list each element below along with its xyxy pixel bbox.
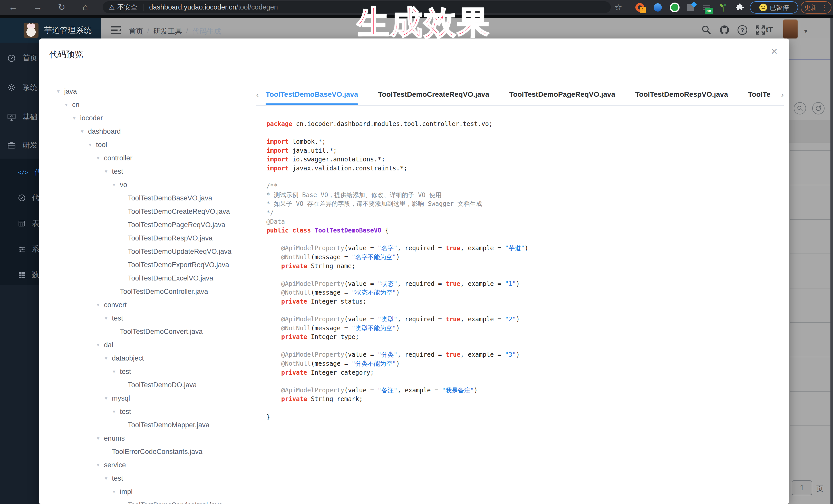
green-circle-icon xyxy=(670,3,680,12)
tree-folder[interactable]: ▾service xyxy=(48,458,253,472)
tree-file[interactable]: ToolTestDemoDO.java xyxy=(48,378,253,391)
code-line: @ApiModelProperty(value = "状态", required… xyxy=(266,280,777,288)
tree-file[interactable]: ToolTestDemoPageReqVO.java xyxy=(48,218,253,232)
fullscreen-icon[interactable] xyxy=(755,25,766,35)
tree-folder[interactable]: ▾dashboard xyxy=(48,125,253,138)
tree-folder[interactable]: ▾convert xyxy=(48,298,253,312)
github-icon[interactable] xyxy=(719,25,730,35)
extensions-puzzle-icon[interactable] xyxy=(734,2,746,13)
tree-folder[interactable]: ▾impl xyxy=(48,485,253,498)
tree-label: ToolTestDemoExcelVO.java xyxy=(128,274,213,282)
browser-update-chip[interactable]: 更新 ⋮ xyxy=(801,1,831,14)
sidebar-item-dashboard[interactable]: 首页 xyxy=(7,53,38,63)
caret-down-icon: ▾ xyxy=(57,88,64,94)
tree-file[interactable]: ToolTestDemoServiceImpl.java xyxy=(48,498,253,504)
tree-folder[interactable]: ▾mysql xyxy=(48,391,253,405)
browser-forward-icon[interactable]: → xyxy=(33,2,42,12)
tab-file[interactable]: ToolTestDemoPageReqVO.java xyxy=(509,83,615,105)
tree-file[interactable]: ToolTestDemoRespVO.java xyxy=(48,232,253,245)
sidebar-subitem-code[interactable]: </>代 xyxy=(18,167,39,177)
sidebar-subitem-table[interactable]: 表 xyxy=(18,218,39,229)
tree-folder[interactable]: ▾iocoder xyxy=(48,111,253,125)
tree-folder[interactable]: ▾test xyxy=(48,365,253,378)
search-icon[interactable] xyxy=(701,25,711,35)
tab-file[interactable]: ToolTe xyxy=(748,83,771,105)
bookmark-star-icon[interactable]: ☆ xyxy=(614,2,622,12)
user-avatar[interactable] xyxy=(783,20,798,39)
code-line xyxy=(266,270,777,280)
behind-row-line xyxy=(790,219,831,220)
tree-label: test xyxy=(120,408,131,416)
tree-folder[interactable]: ▾vo xyxy=(48,178,253,191)
on-badge: on xyxy=(705,8,713,14)
tab-file[interactable]: ToolTestDemoCreateReqVO.java xyxy=(378,83,489,105)
tree-file[interactable]: ToolTestDemoExcelVO.java xyxy=(48,271,253,285)
tree-file[interactable]: ToolTestDemoUpdateReqVO.java xyxy=(48,245,253,258)
browser-menu-icon[interactable]: ⋮ xyxy=(821,3,828,12)
tree-file[interactable]: ToolTestDemoExportReqVO.java xyxy=(48,258,253,271)
tree-folder[interactable]: ▾test xyxy=(48,312,253,325)
tree-label: ToolTestDemoExportReqVO.java xyxy=(128,261,229,269)
sidebar-item-monitor[interactable]: 基础 xyxy=(7,112,38,122)
code-line: private String name; xyxy=(266,262,777,271)
code-view[interactable]: package cn.iocoder.dashboard.modules.too… xyxy=(266,120,777,502)
help-icon[interactable]: ? xyxy=(737,25,748,35)
sidebar-subitem-label: 代 xyxy=(32,193,39,203)
sidebar-subitem-sliders[interactable]: 系 xyxy=(18,244,39,254)
extension-orange-icon[interactable]: 1 xyxy=(634,2,646,13)
caret-down-icon: ▾ xyxy=(105,395,112,401)
url-path: /tool/codegen xyxy=(236,3,278,11)
browser-back-icon[interactable]: ← xyxy=(9,2,18,12)
tree-file[interactable]: ToolTestDemoCreateReqVO.java xyxy=(48,205,253,218)
tree-file[interactable]: ToolErrorCodeConstants.java xyxy=(48,445,253,458)
extension-plant-icon[interactable] xyxy=(717,2,729,13)
tree-folder[interactable]: ▾test xyxy=(48,472,253,485)
address-bar[interactable]: ⚠ 不安全 dashboard.yudao.iocoder.cn/tool/co… xyxy=(103,1,611,13)
tree-folder[interactable]: ▾cn xyxy=(48,98,253,111)
table-icon xyxy=(18,220,26,227)
sidebar-subitem-grid[interactable]: 数 xyxy=(18,270,39,280)
tree-file[interactable]: ToolTestDemoBaseVO.java xyxy=(48,191,253,205)
sidebar-subitem-shield[interactable]: 代 xyxy=(18,193,39,203)
breadcrumb-devtools[interactable]: 研发工具 xyxy=(153,26,182,36)
breadcrumb-home[interactable]: 首页 xyxy=(129,26,143,36)
collapse-menu-icon[interactable] xyxy=(111,26,121,35)
window-scrollbar[interactable] xyxy=(830,18,833,504)
extension-diamond-icon[interactable] xyxy=(685,2,696,13)
tree-folder[interactable]: ▾java xyxy=(48,85,253,98)
tree-file[interactable]: ToolTestDemoConvert.java xyxy=(48,325,253,338)
extension-pin-icon[interactable] xyxy=(652,2,664,13)
tree-folder[interactable]: ▾test xyxy=(48,405,253,418)
extension-green-circle-icon[interactable] xyxy=(669,2,681,13)
tree-folder[interactable]: ▾controller xyxy=(48,151,253,165)
tree-folder[interactable]: ▾test xyxy=(48,165,253,178)
sidebar-item-toolbox[interactable]: 研发 xyxy=(7,140,38,150)
browser-reload-icon[interactable]: ↻ xyxy=(58,2,66,12)
browser-home-icon[interactable]: ⌂ xyxy=(82,2,88,12)
search-button-behind[interactable] xyxy=(794,102,806,115)
font-size-icon[interactable]: tT xyxy=(766,25,773,34)
tree-folder[interactable]: ▾tool xyxy=(48,138,253,151)
close-icon[interactable]: × xyxy=(771,46,778,57)
tree-folder[interactable]: ▾dal xyxy=(48,338,253,352)
tab-file[interactable]: ToolTestDemoRespVO.java xyxy=(635,83,728,105)
tree-file[interactable]: ToolTestDemoMapper.java xyxy=(48,418,253,432)
tree-folder[interactable]: ▾dataobject xyxy=(48,352,253,365)
profile-paused-chip[interactable]: 已暂停 xyxy=(750,1,798,14)
tree-label: ToolTestDemoPageReqVO.java xyxy=(128,221,225,229)
tab-file[interactable]: ToolTestDemoBaseVO.java xyxy=(266,83,358,105)
tree-label: ToolTestDemoConvert.java xyxy=(120,328,203,336)
tree-file[interactable]: ToolTestDemoController.java xyxy=(48,285,253,298)
tree-label: iocoder xyxy=(80,114,103,122)
sidebar-item-gear[interactable]: 系统 xyxy=(7,82,38,93)
puzzle-icon xyxy=(736,3,744,12)
tree-label: enums xyxy=(104,434,125,442)
page-number-input[interactable]: 1 xyxy=(792,480,812,495)
user-caret-icon[interactable]: ▾ xyxy=(804,28,807,35)
refresh-button-behind[interactable] xyxy=(812,102,825,115)
tabs-prev-icon[interactable]: ‹ xyxy=(256,90,259,100)
tree-folder[interactable]: ▾enums xyxy=(48,432,253,445)
monitor-icon xyxy=(7,113,16,121)
extension-list-on-icon[interactable]: on xyxy=(700,2,712,13)
tabs-next-icon[interactable]: › xyxy=(781,90,784,100)
